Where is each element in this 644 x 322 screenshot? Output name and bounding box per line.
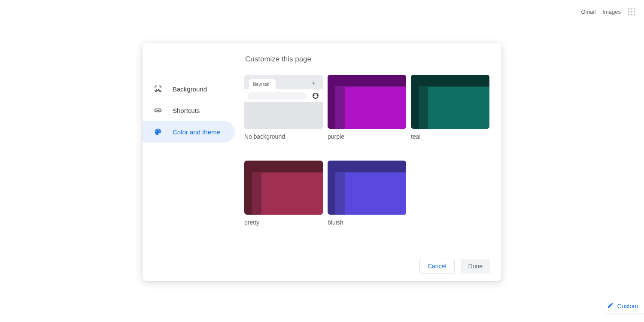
- theme-option-purple[interactable]: purple: [328, 75, 406, 140]
- theme-label: bluish: [328, 219, 406, 226]
- plus-icon: +: [311, 80, 317, 86]
- gmail-link[interactable]: Gmail: [581, 9, 595, 15]
- image-icon: [154, 85, 162, 93]
- dialog-title: Customize this page: [244, 55, 497, 64]
- sidebar-item-background[interactable]: Background: [143, 78, 235, 100]
- no-background-preview: New tab +: [244, 75, 323, 129]
- theme-label: pretty: [244, 219, 323, 226]
- done-button[interactable]: Done: [461, 259, 490, 273]
- customize-page-button[interactable]: Custom: [601, 298, 644, 313]
- new-tab-label: New tab: [249, 79, 276, 89]
- dialog-footer: Cancel Done: [143, 251, 501, 281]
- address-bar-preview: [248, 92, 307, 99]
- google-apps-icon[interactable]: [628, 8, 635, 15]
- theme-option-bluish[interactable]: bluish: [328, 161, 406, 226]
- theme-swatch: [328, 161, 406, 215]
- sidebar-item-label: Background: [173, 85, 207, 93]
- theme-grid: New tab + No background: [244, 75, 497, 226]
- theme-option-pretty[interactable]: pretty: [244, 161, 323, 226]
- link-icon: [154, 106, 162, 115]
- dialog-sidebar: Background Shortcuts Color and theme: [143, 43, 239, 251]
- theme-swatch: [244, 161, 323, 215]
- theme-option-teal[interactable]: teal: [411, 75, 489, 140]
- dialog-content[interactable]: Customize this page New tab +: [239, 43, 501, 251]
- sidebar-item-color-theme[interactable]: Color and theme: [143, 121, 235, 143]
- palette-icon: [154, 128, 162, 136]
- theme-swatch: [328, 75, 406, 129]
- customize-dialog: Background Shortcuts Color and theme Cus…: [143, 43, 501, 281]
- images-link[interactable]: Images: [602, 9, 621, 15]
- account-icon: [313, 93, 319, 99]
- pencil-icon: [607, 302, 614, 310]
- sidebar-item-label: Shortcuts: [173, 107, 200, 114]
- theme-swatch: [411, 75, 489, 129]
- sidebar-item-label: Color and theme: [173, 128, 220, 136]
- theme-label: purple: [328, 133, 406, 140]
- theme-option-no-background[interactable]: New tab + No background: [244, 75, 323, 140]
- customize-page-label: Custom: [617, 303, 638, 310]
- theme-label: teal: [411, 133, 489, 140]
- cancel-button[interactable]: Cancel: [419, 259, 455, 273]
- sidebar-item-shortcuts[interactable]: Shortcuts: [143, 100, 235, 121]
- theme-label: No background: [244, 133, 323, 140]
